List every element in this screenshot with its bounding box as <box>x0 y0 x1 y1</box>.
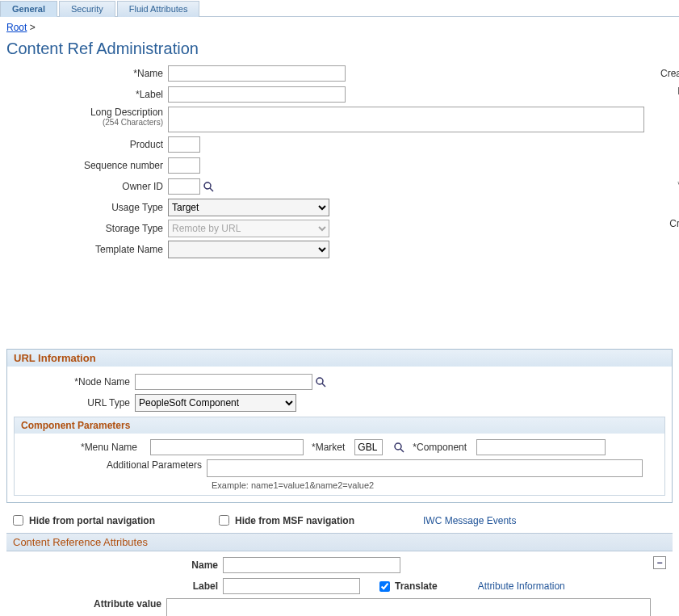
addl-hint: Example: name1=value1&name2=value2 <box>212 480 658 490</box>
market-lookup-icon[interactable] <box>393 442 404 453</box>
longdesc-label: Long Description <box>6 107 163 118</box>
label-label: Label <box>6 89 168 100</box>
tab-security[interactable]: Security <box>59 1 115 17</box>
seq-label: Sequence number <box>6 160 168 171</box>
hide-msf-checkbox[interactable] <box>219 515 229 526</box>
market-input[interactable] <box>354 439 383 455</box>
storage-select: Remote by URL <box>168 220 329 237</box>
node-lookup-icon[interactable] <box>315 376 326 388</box>
attr-info-link[interactable]: Attribute Information <box>478 580 565 592</box>
hide-msf-label: Hide from MSF navigation <box>235 515 354 526</box>
component-params-group: Component Parameters Menu Name Market Co… <box>14 417 665 496</box>
url-info-header: URL Information <box>7 350 672 367</box>
svg-line-1 <box>210 188 213 191</box>
component-label: Component <box>413 442 468 453</box>
owner-input[interactable] <box>168 178 200 195</box>
createdby-label: CreatedBy <box>660 68 679 79</box>
seq-input[interactable] <box>168 157 200 174</box>
translate-checkbox[interactable] <box>379 581 390 592</box>
menu-input[interactable] <box>150 439 304 455</box>
hide-msf-wrap[interactable]: Hide from MSF navigation <box>216 513 354 528</box>
validfrom-label: Valid from date <box>660 179 679 191</box>
breadcrumb-root-link[interactable]: Root <box>6 22 27 33</box>
name-label: Name <box>6 68 168 79</box>
attr-label-label: Label <box>13 580 223 592</box>
node-label: Node Name <box>14 376 135 388</box>
template-label: Template Name <box>6 244 168 255</box>
tab-fluid-attributes[interactable]: Fluid Attributes <box>117 1 200 17</box>
hide-portal-wrap[interactable]: Hide from portal navigation <box>10 513 155 528</box>
template-select[interactable] <box>168 241 329 258</box>
creationdate-label: Creation Date <box>660 218 679 241</box>
label-input[interactable] <box>168 86 346 103</box>
iwc-link[interactable]: IWC Message Events <box>423 515 516 526</box>
usage-label: Usage Type <box>6 202 168 213</box>
translate-label: Translate <box>395 580 438 592</box>
hide-portal-checkbox[interactable] <box>13 515 23 526</box>
attr-name-label: Name <box>13 559 223 571</box>
hide-row: Hide from portal navigation Hide from MS… <box>6 509 673 533</box>
svg-point-2 <box>316 378 323 384</box>
parent-label: Parent Folder <box>660 86 679 108</box>
attr-value-textarea[interactable] <box>166 598 651 616</box>
product-label: Product <box>6 139 168 150</box>
page-title: Content Ref Administration <box>0 36 679 65</box>
validto-label: Valid to date <box>660 200 679 212</box>
storage-label: Storage Type <box>6 223 168 234</box>
breadcrumb-sep: > <box>30 22 36 33</box>
urltype-select[interactable]: PeopleSoft Component <box>135 394 296 412</box>
component-input[interactable] <box>476 439 606 455</box>
owner-label: Owner ID <box>6 181 168 192</box>
longdesc-hint: (254 Characters) <box>6 118 163 127</box>
market-label: Market <box>312 442 346 453</box>
svg-line-5 <box>400 449 404 452</box>
usage-select[interactable]: Target <box>168 199 329 216</box>
svg-point-4 <box>395 443 401 450</box>
svg-point-0 <box>204 182 211 189</box>
product-input[interactable] <box>168 136 200 153</box>
menu-label: Menu Name <box>21 442 142 453</box>
attr-value-label: Attribute value <box>13 598 166 610</box>
translate-wrap[interactable]: Translate <box>376 579 438 594</box>
addl-textarea[interactable] <box>207 459 643 477</box>
url-info-group: URL Information Node Name URL Type Peopl… <box>6 349 673 503</box>
hide-portal-label: Hide from portal navigation <box>29 515 155 526</box>
tab-bar: General Security Fluid Attributes <box>0 0 679 17</box>
attr-label-input[interactable] <box>223 578 360 594</box>
addl-label: Additional Parameters <box>21 459 207 471</box>
attrs-collapse-button[interactable]: − <box>653 556 666 569</box>
tab-general[interactable]: General <box>0 1 57 17</box>
attrs-header: Content Reference Attributes <box>6 533 673 551</box>
name-input[interactable] <box>168 65 346 82</box>
longdesc-textarea[interactable] <box>168 107 644 132</box>
urltype-label: URL Type <box>14 397 135 409</box>
breadcrumb: Root > <box>0 17 679 36</box>
attr-name-input[interactable] <box>223 557 400 573</box>
component-params-header: Component Parameters <box>15 417 664 434</box>
owner-lookup-icon[interactable] <box>203 181 214 192</box>
svg-line-3 <box>322 383 325 387</box>
node-input[interactable] <box>135 374 312 390</box>
